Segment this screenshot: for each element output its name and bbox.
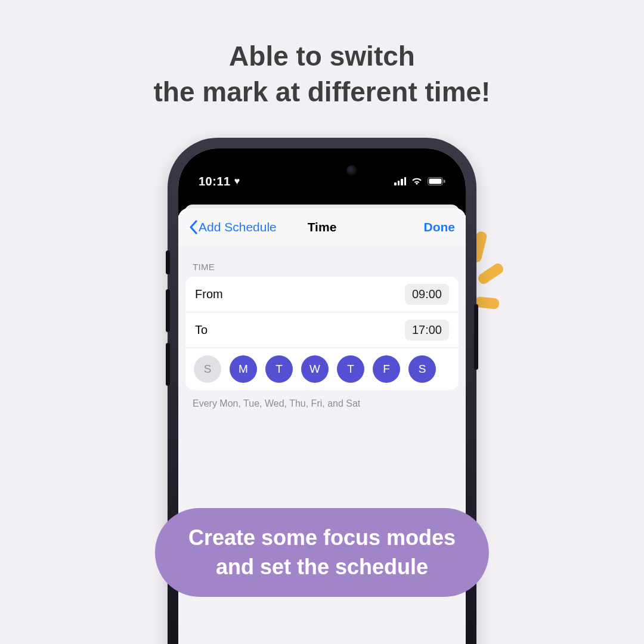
status-time: 10:11 [199, 175, 231, 188]
from-label: From [195, 287, 223, 301]
promo-caption-line2: and set the schedule [188, 553, 456, 582]
status-indicators [394, 177, 445, 185]
day-toggle-1[interactable]: M [230, 355, 257, 383]
heart-icon: ♥ [234, 177, 240, 186]
accent-stroke-icon [475, 296, 500, 309]
phone-side-button [166, 250, 170, 274]
status-time-group: 10:11 ♥ [199, 175, 240, 188]
from-row[interactable]: From 09:00 [185, 277, 459, 312]
phone-side-button [474, 304, 478, 370]
from-time-value[interactable]: 09:00 [405, 284, 449, 305]
day-toggle-6[interactable]: S [408, 355, 436, 383]
wifi-icon [411, 177, 423, 185]
promo-caption-line1: Create some focus modes [188, 525, 456, 550]
phone-side-button [166, 343, 170, 386]
accent-stroke-icon [476, 262, 505, 286]
promo-headline: Able to switch the mark at different tim… [0, 39, 644, 110]
to-time-value[interactable]: 17:00 [405, 320, 449, 340]
cellular-signal-icon [394, 177, 406, 185]
phone-side-button [166, 289, 170, 332]
back-button-label: Add Schedule [199, 220, 277, 234]
day-toggle-0[interactable]: S [194, 355, 221, 383]
day-toggle-3[interactable]: W [301, 355, 329, 383]
to-row[interactable]: To 17:00 [185, 312, 459, 348]
to-label: To [195, 323, 208, 337]
day-toggle-4[interactable]: T [337, 355, 364, 383]
svg-rect-1 [429, 179, 442, 184]
days-row: SMTWTFS [185, 348, 459, 390]
time-card: From 09:00 To 17:00 SMTWTFS [185, 277, 459, 390]
day-toggle-2[interactable]: T [265, 355, 293, 383]
promo-caption: Create some focus modes and set the sche… [155, 508, 489, 597]
back-button[interactable]: Add Schedule [189, 220, 277, 234]
schedule-summary: Every Mon, Tue, Wed, Thu, Fri, and Sat [178, 390, 466, 417]
done-button[interactable]: Done [424, 220, 456, 234]
promo-headline-line2: the mark at different time! [154, 76, 491, 107]
nav-bar: Add Schedule Time Done [178, 208, 466, 246]
promo-headline-line1: Able to switch [229, 41, 415, 72]
day-toggle-5[interactable]: F [373, 355, 400, 383]
chevron-left-icon [189, 220, 197, 234]
svg-rect-2 [444, 180, 445, 183]
dynamic-island [277, 158, 367, 183]
battery-icon [428, 177, 445, 185]
section-header-time: TIME [178, 246, 466, 277]
